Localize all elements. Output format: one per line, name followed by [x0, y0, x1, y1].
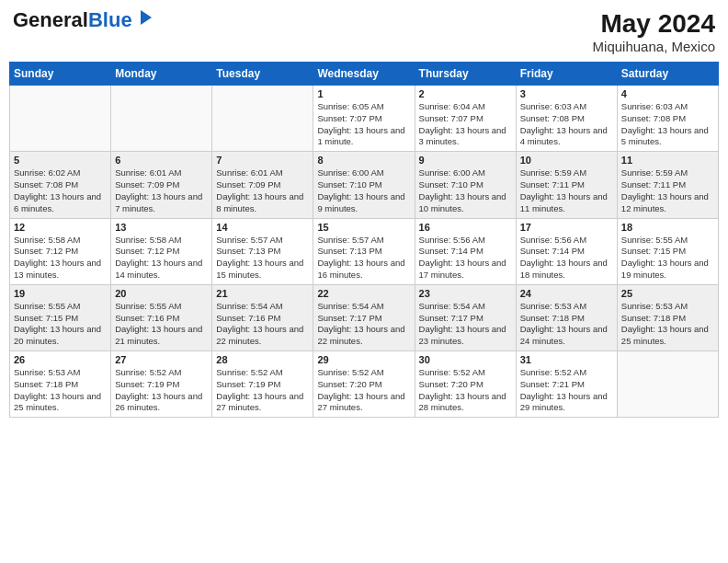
- day-number: 25: [621, 288, 714, 299]
- day-cell-info: Sunrise: 5:58 AMSunset: 7:12 PMDaylight:…: [115, 235, 208, 282]
- day-number: 11: [621, 155, 714, 166]
- day-cell-info: Sunrise: 5:57 AMSunset: 7:13 PMDaylight:…: [216, 235, 309, 282]
- calendar-week-row: 19Sunrise: 5:55 AMSunset: 7:15 PMDayligh…: [10, 284, 719, 350]
- day-number: 17: [520, 222, 613, 233]
- day-cell-info: Sunrise: 5:53 AMSunset: 7:18 PMDaylight:…: [14, 367, 107, 414]
- calendar-cell: 29Sunrise: 5:52 AMSunset: 7:20 PMDayligh…: [313, 351, 415, 418]
- day-number: 2: [419, 88, 512, 99]
- title-block: May 2024 Miquihuana, Mexico: [593, 9, 715, 54]
- day-number: 28: [216, 354, 309, 365]
- day-number: 19: [14, 288, 107, 299]
- calendar-cell: 14Sunrise: 5:57 AMSunset: 7:13 PMDayligh…: [212, 218, 313, 284]
- header-sunday: Sunday: [10, 63, 111, 86]
- day-number: 7: [216, 155, 309, 166]
- calendar-cell: 17Sunrise: 5:56 AMSunset: 7:14 PMDayligh…: [516, 218, 617, 284]
- header-saturday: Saturday: [617, 63, 718, 86]
- calendar-cell: 24Sunrise: 5:53 AMSunset: 7:18 PMDayligh…: [516, 284, 617, 350]
- calendar-cell: 6Sunrise: 6:01 AMSunset: 7:09 PMDaylight…: [111, 152, 212, 218]
- calendar-cell: 1Sunrise: 6:05 AMSunset: 7:07 PMDaylight…: [313, 86, 415, 152]
- calendar-cell: 27Sunrise: 5:52 AMSunset: 7:19 PMDayligh…: [111, 351, 212, 418]
- day-number: 12: [14, 222, 107, 233]
- day-cell-info: Sunrise: 6:00 AMSunset: 7:10 PMDaylight:…: [419, 167, 512, 214]
- header-friday: Friday: [516, 63, 617, 86]
- day-cell-info: Sunrise: 5:55 AMSunset: 7:16 PMDaylight:…: [115, 301, 208, 348]
- calendar-cell: 10Sunrise: 5:59 AMSunset: 7:11 PMDayligh…: [516, 152, 617, 218]
- calendar-cell: 9Sunrise: 6:00 AMSunset: 7:10 PMDaylight…: [415, 152, 516, 218]
- calendar-cell: 19Sunrise: 5:55 AMSunset: 7:15 PMDayligh…: [10, 284, 111, 350]
- calendar-header-row: SundayMondayTuesdayWednesdayThursdayFrid…: [10, 63, 719, 86]
- calendar-cell: [617, 351, 718, 418]
- header-thursday: Thursday: [415, 63, 516, 86]
- calendar-week-row: 12Sunrise: 5:58 AMSunset: 7:12 PMDayligh…: [10, 218, 719, 284]
- day-number: 23: [419, 288, 512, 299]
- day-number: 6: [115, 155, 208, 166]
- day-cell-info: Sunrise: 5:59 AMSunset: 7:11 PMDaylight:…: [621, 167, 714, 214]
- calendar-table: SundayMondayTuesdayWednesdayThursdayFrid…: [9, 62, 719, 418]
- day-cell-info: Sunrise: 6:03 AMSunset: 7:08 PMDaylight:…: [520, 101, 613, 148]
- day-number: 5: [14, 155, 107, 166]
- day-number: 31: [520, 354, 613, 365]
- calendar-cell: [212, 86, 313, 152]
- logo-text: GeneralBlue: [13, 9, 132, 31]
- calendar-cell: 11Sunrise: 5:59 AMSunset: 7:11 PMDayligh…: [617, 152, 718, 218]
- day-cell-info: Sunrise: 5:54 AMSunset: 7:16 PMDaylight:…: [216, 301, 309, 348]
- page-subtitle: Miquihuana, Mexico: [593, 39, 715, 54]
- day-number: 16: [419, 222, 512, 233]
- day-number: 29: [317, 354, 410, 365]
- day-cell-info: Sunrise: 5:55 AMSunset: 7:15 PMDaylight:…: [14, 301, 107, 348]
- day-number: 1: [317, 88, 410, 99]
- calendar-cell: 7Sunrise: 6:01 AMSunset: 7:09 PMDaylight…: [212, 152, 313, 218]
- day-cell-info: Sunrise: 6:03 AMSunset: 7:08 PMDaylight:…: [621, 101, 714, 148]
- day-cell-info: Sunrise: 5:58 AMSunset: 7:12 PMDaylight:…: [14, 235, 107, 282]
- day-number: 8: [317, 155, 410, 166]
- calendar-cell: 8Sunrise: 6:00 AMSunset: 7:10 PMDaylight…: [313, 152, 415, 218]
- day-number: 3: [520, 88, 613, 99]
- day-cell-info: Sunrise: 5:52 AMSunset: 7:21 PMDaylight:…: [520, 367, 613, 414]
- day-cell-info: Sunrise: 5:52 AMSunset: 7:20 PMDaylight:…: [317, 367, 410, 414]
- day-number: 30: [419, 354, 512, 365]
- calendar-cell: 12Sunrise: 5:58 AMSunset: 7:12 PMDayligh…: [10, 218, 111, 284]
- day-cell-info: Sunrise: 5:53 AMSunset: 7:18 PMDaylight:…: [621, 301, 714, 348]
- calendar-cell: 21Sunrise: 5:54 AMSunset: 7:16 PMDayligh…: [212, 284, 313, 350]
- calendar-cell: 18Sunrise: 5:55 AMSunset: 7:15 PMDayligh…: [617, 218, 718, 284]
- calendar-cell: [111, 86, 212, 152]
- calendar-cell: 28Sunrise: 5:52 AMSunset: 7:19 PMDayligh…: [212, 351, 313, 418]
- page-header: GeneralBlue May 2024 Miquihuana, Mexico: [9, 9, 719, 54]
- day-number: 4: [621, 88, 714, 99]
- day-cell-info: Sunrise: 5:56 AMSunset: 7:14 PMDaylight:…: [419, 235, 512, 282]
- logo-icon: [135, 8, 155, 29]
- header-wednesday: Wednesday: [313, 63, 415, 86]
- calendar-cell: 20Sunrise: 5:55 AMSunset: 7:16 PMDayligh…: [111, 284, 212, 350]
- day-number: 18: [621, 222, 714, 233]
- day-number: 22: [317, 288, 410, 299]
- svg-marker-0: [141, 10, 152, 25]
- day-number: 26: [14, 354, 107, 365]
- calendar-cell: 22Sunrise: 5:54 AMSunset: 7:17 PMDayligh…: [313, 284, 415, 350]
- day-cell-info: Sunrise: 5:59 AMSunset: 7:11 PMDaylight:…: [520, 167, 613, 214]
- logo: GeneralBlue: [13, 9, 155, 31]
- day-cell-info: Sunrise: 5:54 AMSunset: 7:17 PMDaylight:…: [419, 301, 512, 348]
- header-monday: Monday: [111, 63, 212, 86]
- day-cell-info: Sunrise: 6:02 AMSunset: 7:08 PMDaylight:…: [14, 167, 107, 214]
- day-cell-info: Sunrise: 5:52 AMSunset: 7:20 PMDaylight:…: [419, 367, 512, 414]
- calendar-cell: 2Sunrise: 6:04 AMSunset: 7:07 PMDaylight…: [415, 86, 516, 152]
- calendar-cell: 4Sunrise: 6:03 AMSunset: 7:08 PMDaylight…: [617, 86, 718, 152]
- calendar-week-row: 26Sunrise: 5:53 AMSunset: 7:18 PMDayligh…: [10, 351, 719, 418]
- calendar-cell: 13Sunrise: 5:58 AMSunset: 7:12 PMDayligh…: [111, 218, 212, 284]
- day-cell-info: Sunrise: 6:01 AMSunset: 7:09 PMDaylight:…: [216, 167, 309, 214]
- calendar-cell: 15Sunrise: 5:57 AMSunset: 7:13 PMDayligh…: [313, 218, 415, 284]
- calendar-cell: 3Sunrise: 6:03 AMSunset: 7:08 PMDaylight…: [516, 86, 617, 152]
- day-cell-info: Sunrise: 5:56 AMSunset: 7:14 PMDaylight:…: [520, 235, 613, 282]
- day-cell-info: Sunrise: 5:53 AMSunset: 7:18 PMDaylight:…: [520, 301, 613, 348]
- page-title: May 2024: [593, 9, 715, 39]
- day-cell-info: Sunrise: 6:00 AMSunset: 7:10 PMDaylight:…: [317, 167, 410, 214]
- calendar-cell: 30Sunrise: 5:52 AMSunset: 7:20 PMDayligh…: [415, 351, 516, 418]
- day-number: 21: [216, 288, 309, 299]
- header-tuesday: Tuesday: [212, 63, 313, 86]
- day-cell-info: Sunrise: 5:52 AMSunset: 7:19 PMDaylight:…: [216, 367, 309, 414]
- calendar-cell: 16Sunrise: 5:56 AMSunset: 7:14 PMDayligh…: [415, 218, 516, 284]
- day-cell-info: Sunrise: 6:01 AMSunset: 7:09 PMDaylight:…: [115, 167, 208, 214]
- calendar-cell: 31Sunrise: 5:52 AMSunset: 7:21 PMDayligh…: [516, 351, 617, 418]
- calendar-cell: 23Sunrise: 5:54 AMSunset: 7:17 PMDayligh…: [415, 284, 516, 350]
- day-cell-info: Sunrise: 5:52 AMSunset: 7:19 PMDaylight:…: [115, 367, 208, 414]
